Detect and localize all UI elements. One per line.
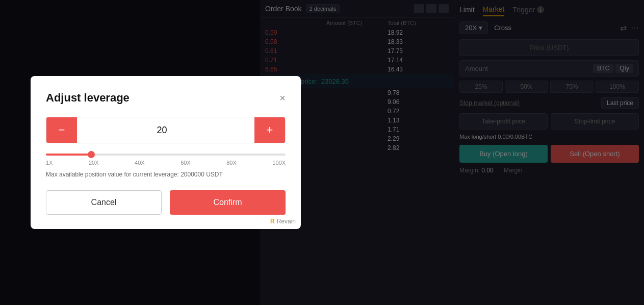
modal-title: Adjust leverage (46, 91, 130, 105)
slider-container[interactable]: 1X 20X 40X 60X 80X 100X (46, 154, 286, 166)
leverage-plus-button[interactable]: + (254, 117, 285, 143)
slider-label-100x: 100X (272, 160, 286, 166)
slider-label-20x: 20X (89, 160, 99, 166)
revain-badge: R Revain (270, 218, 296, 225)
slider-fill (46, 154, 91, 156)
slider-track (46, 154, 286, 156)
confirm-button[interactable]: Confirm (170, 190, 286, 215)
slider-labels: 1X 20X 40X 60X 80X 100X (46, 160, 286, 166)
revain-icon: R (270, 218, 275, 225)
close-button[interactable]: × (279, 93, 286, 103)
modal-overlay: Adjust leverage × − + 1X 20X 40X 60X 80X… (0, 0, 644, 305)
modal-actions: Cancel Confirm (46, 190, 286, 215)
revain-text: Revain (277, 218, 296, 225)
adjust-leverage-modal: Adjust leverage × − + 1X 20X 40X 60X 80X… (31, 76, 301, 229)
leverage-input-row: − + (46, 117, 286, 143)
modal-header: Adjust leverage × (46, 91, 286, 105)
slider-thumb[interactable] (88, 151, 95, 158)
leverage-minus-button[interactable]: − (46, 117, 77, 143)
slider-label-40x: 40X (135, 160, 145, 166)
slider-label-60x: 60X (181, 160, 191, 166)
cancel-button[interactable]: Cancel (46, 190, 162, 215)
slider-label-80x: 80X (226, 160, 237, 166)
leverage-value-input[interactable] (77, 125, 254, 136)
slider-label-1x: 1X (46, 160, 53, 166)
max-info-text: Max available position value for current… (46, 171, 286, 178)
